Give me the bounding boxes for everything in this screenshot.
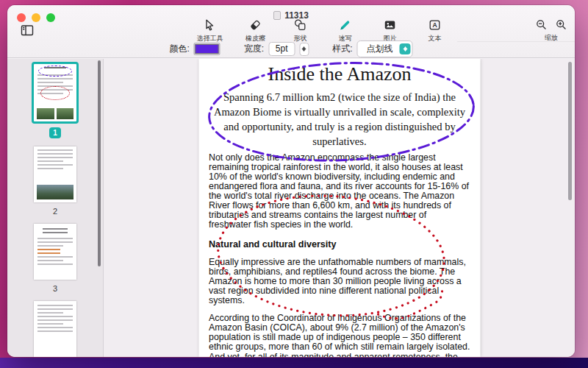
- article-paragraph-1: Not only does the Amazon encompass the s…: [209, 153, 470, 230]
- desktop-wallpaper: 11313 选择工具: [0, 0, 588, 368]
- document-scrollbar[interactable]: [568, 62, 572, 200]
- svg-text:A: A: [432, 21, 437, 29]
- page-thumbnail-3[interactable]: [34, 224, 76, 280]
- color-swatch: [196, 44, 219, 54]
- tool-group: 选择工具 橡皮擦 形状: [197, 18, 448, 43]
- tool-sketch[interactable]: 速写: [333, 18, 358, 43]
- page-number-badge: 1: [49, 127, 61, 138]
- page-thumbnail-1[interactable]: [32, 62, 79, 124]
- article-intro: Spanning 6.7 million km2 (twice the size…: [210, 91, 469, 149]
- tool-image[interactable]: 图片: [378, 18, 403, 43]
- line-style-dropdown[interactable]: 点划线: [357, 40, 413, 57]
- width-stepper[interactable]: [299, 43, 309, 56]
- color-label: 颜色:: [169, 43, 189, 55]
- annotation-properties-bar: 颜色: 宽度: 5pt 样式:: [169, 40, 412, 57]
- style-label: 样式:: [332, 43, 352, 55]
- article-title: Inside the Amazon: [209, 64, 470, 84]
- tool-eraser[interactable]: 橡皮擦: [243, 18, 268, 43]
- color-picker[interactable]: [194, 43, 220, 55]
- tool-shape[interactable]: 形状: [288, 18, 313, 43]
- page-thumbnail-4[interactable]: [34, 301, 76, 357]
- article-paragraph-3: According to the Coordinator of Indigeno…: [209, 314, 470, 357]
- cursor-icon: [204, 18, 217, 32]
- pencil-icon: [339, 18, 352, 32]
- thumbnail-sidebar: 1 2 3: [7, 59, 104, 357]
- mini-purple-annotation: [38, 66, 72, 77]
- zoom-group: 缩放: [535, 18, 567, 43]
- image-icon: [384, 18, 397, 32]
- page-thumbnail-2[interactable]: [34, 146, 76, 202]
- width-value-field[interactable]: 5pt: [268, 42, 295, 56]
- tool-label: 文本: [429, 34, 442, 43]
- toolbar-separator: [457, 41, 575, 42]
- mini-page-images: [37, 108, 74, 119]
- zoom-out-icon[interactable]: [535, 18, 548, 31]
- app-window: 11313 选择工具: [7, 5, 575, 357]
- toolbar-header: 11313 选择工具: [7, 5, 575, 58]
- tool-select[interactable]: 选择工具: [197, 18, 223, 43]
- zoom-in-icon[interactable]: [555, 18, 567, 31]
- line-style-value: 点划线: [367, 43, 393, 55]
- sidebar-toggle-button[interactable]: [20, 23, 35, 38]
- eraser-icon: [249, 18, 262, 32]
- sidebar-panel-icon: [20, 23, 35, 38]
- width-label: 宽度:: [244, 43, 264, 55]
- stepper-down-icon: [302, 49, 306, 54]
- dropdown-stepper-icon: [400, 43, 411, 54]
- article-heading-2: Natural and cultural diversity: [209, 239, 470, 250]
- shapes-icon: [294, 18, 307, 32]
- text-icon: A: [429, 18, 442, 32]
- tool-text[interactable]: A 文本: [423, 18, 448, 43]
- sidebar-scrollbar[interactable]: [98, 60, 101, 266]
- page-number-label: 3: [53, 284, 57, 293]
- document-view: Inside the Amazon Spanning 6.7 million k…: [104, 59, 575, 357]
- page-number-label: 2: [53, 207, 57, 216]
- content-area: 1 2 3: [7, 59, 575, 357]
- article-paragraph-2: Equally impressive are the unfathomable …: [209, 258, 470, 305]
- pdf-page[interactable]: Inside the Amazon Spanning 6.7 million k…: [198, 59, 480, 357]
- mini-landscape-image: [37, 185, 74, 199]
- mini-red-annotation: [40, 86, 70, 100]
